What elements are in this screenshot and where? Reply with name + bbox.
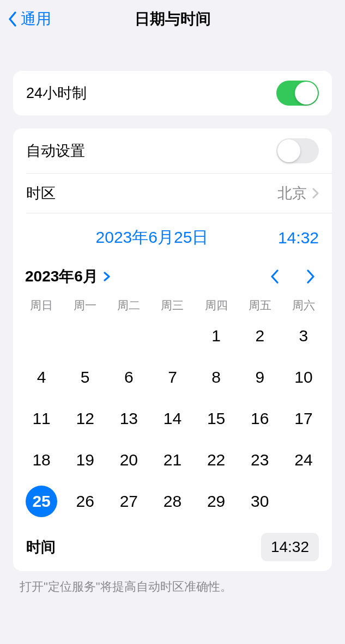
month-label: 2023年6月 bbox=[25, 266, 98, 287]
weekday-label: 周一 bbox=[63, 298, 107, 313]
calendar-day[interactable]: 28 bbox=[150, 481, 194, 522]
calendar-day[interactable]: 11 bbox=[20, 398, 63, 439]
next-month-button[interactable] bbox=[306, 269, 316, 284]
calendar-day[interactable]: 8 bbox=[195, 357, 238, 398]
page-title: 日期与时间 bbox=[0, 9, 345, 29]
calendar-empty bbox=[150, 315, 194, 357]
calendar-day[interactable]: 16 bbox=[238, 398, 282, 439]
nav-bar: 通用 日期与时间 bbox=[0, 0, 345, 38]
back-label: 通用 bbox=[21, 9, 51, 29]
calendar-day[interactable]: 25 bbox=[20, 481, 63, 522]
calendar-day[interactable]: 27 bbox=[107, 481, 150, 522]
row-timezone[interactable]: 时区 北京 bbox=[13, 174, 332, 213]
label-auto-set: 自动设置 bbox=[26, 141, 85, 161]
section-24h: 24小时制 bbox=[13, 71, 332, 115]
calendar-day[interactable]: 12 bbox=[63, 398, 107, 439]
weekday-label: 周二 bbox=[107, 298, 150, 313]
calendar-day[interactable]: 30 bbox=[238, 481, 282, 522]
calendar-empty bbox=[107, 315, 150, 357]
chevron-right-icon bbox=[104, 272, 110, 281]
calendar-day[interactable]: 23 bbox=[238, 439, 282, 481]
weekday-label: 周六 bbox=[282, 298, 325, 313]
calendar-grid: 1234567891011121314151617181920212223242… bbox=[13, 315, 332, 526]
calendar-day[interactable]: 20 bbox=[107, 439, 150, 481]
weekday-row: 周日周一周二周三周四周五周六 bbox=[13, 295, 332, 315]
calendar-day[interactable]: 22 bbox=[195, 439, 238, 481]
calendar-day[interactable]: 6 bbox=[107, 357, 150, 398]
calendar-day[interactable]: 24 bbox=[282, 439, 325, 481]
time-picker[interactable]: 14:32 bbox=[261, 533, 319, 561]
switch-24h[interactable] bbox=[276, 81, 319, 106]
footnote: 打开"定位服务"将提高自动时区准确性。 bbox=[0, 571, 345, 603]
calendar-day[interactable]: 4 bbox=[20, 357, 63, 398]
weekday-label: 周四 bbox=[195, 298, 238, 313]
chevron-right-icon bbox=[312, 188, 319, 199]
calendar-empty bbox=[20, 315, 63, 357]
calendar-day[interactable]: 7 bbox=[150, 357, 194, 398]
calendar-empty bbox=[63, 315, 107, 357]
calendar-day[interactable]: 10 bbox=[282, 357, 325, 398]
calendar-day[interactable]: 13 bbox=[107, 398, 150, 439]
chevron-left-icon bbox=[8, 11, 17, 27]
back-button[interactable]: 通用 bbox=[0, 9, 51, 29]
section-datetime: 自动设置 时区 北京 2023年6月25日 14:32 2023年6月 周日周一… bbox=[13, 128, 332, 571]
calendar-day[interactable]: 9 bbox=[238, 357, 282, 398]
label-time: 时间 bbox=[26, 537, 56, 557]
picked-time[interactable]: 14:32 bbox=[278, 229, 319, 247]
calendar-header: 2023年6月 bbox=[13, 259, 332, 295]
calendar-day[interactable]: 17 bbox=[282, 398, 325, 439]
picked-date[interactable]: 2023年6月25日 bbox=[96, 226, 209, 249]
row-time: 时间 14:32 bbox=[13, 526, 332, 571]
calendar-day[interactable]: 26 bbox=[63, 481, 107, 522]
value-timezone: 北京 bbox=[277, 183, 307, 203]
calendar-day[interactable]: 19 bbox=[63, 439, 107, 481]
weekday-label: 周五 bbox=[238, 298, 282, 313]
calendar-day[interactable]: 21 bbox=[150, 439, 194, 481]
month-picker[interactable]: 2023年6月 bbox=[25, 266, 110, 287]
calendar-day[interactable]: 1 bbox=[195, 315, 238, 357]
prev-month-button[interactable] bbox=[270, 269, 280, 284]
row-picked-datetime: 2023年6月25日 14:32 bbox=[13, 213, 332, 259]
calendar-day[interactable]: 3 bbox=[282, 315, 325, 357]
calendar-day[interactable]: 14 bbox=[150, 398, 194, 439]
row-24h: 24小时制 bbox=[13, 71, 332, 115]
row-auto-set: 自动设置 bbox=[13, 128, 332, 173]
label-24h: 24小时制 bbox=[26, 83, 87, 103]
calendar-day[interactable]: 5 bbox=[63, 357, 107, 398]
weekday-label: 周三 bbox=[150, 298, 194, 313]
weekday-label: 周日 bbox=[20, 298, 63, 313]
calendar-day[interactable]: 15 bbox=[195, 398, 238, 439]
calendar-day[interactable]: 29 bbox=[195, 481, 238, 522]
calendar-day[interactable]: 18 bbox=[20, 439, 63, 481]
calendar-day[interactable]: 2 bbox=[238, 315, 282, 357]
label-timezone: 时区 bbox=[26, 183, 56, 203]
switch-auto-set[interactable] bbox=[276, 138, 319, 163]
